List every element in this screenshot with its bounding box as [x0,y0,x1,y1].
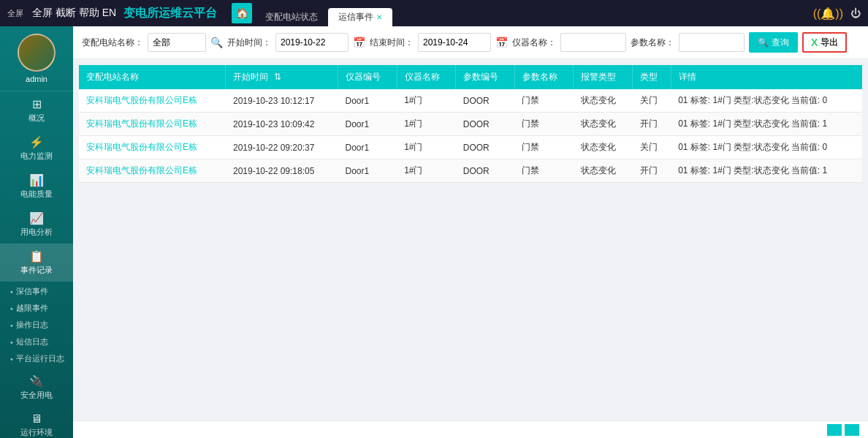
col-start-time[interactable]: 开始时间 ⇅ [226,65,338,89]
table-cell: 01 标签: 1#门 类型:状态变化 当前值: 0 [671,136,862,159]
col-device-name: 仪器名称 [397,65,456,89]
username-label: admin [26,75,47,83]
sidebar-subitem-platform-log[interactable]: • 平台运行日志 [6,350,73,367]
tab-close-icon[interactable]: ✕ [376,13,382,21]
query-button[interactable]: 🔍 查询 [749,32,798,53]
start-time-input[interactable] [275,33,349,52]
table-cell: DOOR [456,159,515,183]
event-record-icon: 📋 [29,249,44,263]
device-no-input[interactable] [560,33,626,52]
table-cell: 关门 [633,136,671,159]
end-cal-icon[interactable]: 📅 [495,37,508,48]
tab-station-status[interactable]: 变配电站状态 [255,8,328,26]
param-name-label: 参数名称： [631,37,674,49]
table-cell: 门禁 [514,136,574,159]
table-cell: Door1 [338,89,397,113]
page-prev-btn[interactable] [827,424,842,436]
app-title: 变电所运维云平台 [123,6,217,21]
table-wrapper: 变配电站名称 开始时间 ⇅ 仪器编号 仪器名称 参数编号 参数名称 报警类型 类… [73,59,868,420]
safety-power-icon: 🔌 [29,374,44,388]
power-quality-icon: 📊 [29,173,44,187]
table-row: 安科瑞电气股份有限公司E栋2019-10-22 09:20:37Door11#门… [79,136,862,159]
table-cell: 关门 [633,89,671,113]
col-alarm-type: 报警类型 [574,65,633,89]
start-cal-icon[interactable]: 📅 [353,37,365,48]
home-button[interactable]: 🏠 [232,3,252,23]
bell-icon[interactable]: ((🔔)) [813,7,843,20]
page-next-btn[interactable] [845,424,859,436]
end-time-label: 结束时间： [370,37,414,49]
data-table: 变配电站名称 开始时间 ⇅ 仪器编号 仪器名称 参数编号 参数名称 报警类型 类… [79,65,862,183]
col-station-name: 变配电站名称 [79,65,226,89]
device-no-label: 仪器名称： [512,37,556,49]
table-cell: 01 标签: 1#门 类型:状态变化 当前值: 1 [671,113,862,136]
table-cell: 1#门 [397,159,456,183]
table-cell: 开门 [633,113,671,136]
power-analysis-icon: 📈 [29,211,44,225]
table-cell: 状态变化 [574,113,633,136]
table-cell: Door1 [338,113,397,136]
power-icon[interactable]: ⏻ [850,7,861,19]
table-cell: 状态变化 [574,136,633,159]
table-row: 安科瑞电气股份有限公司E栋2019-10-23 10:09:42Door11#门… [79,113,862,136]
col-device-no: 仪器编号 [338,65,397,89]
content-area: 变配电站名称： 🔍 开始时间： 📅 结束时间： 📅 仪器名称： 参数名称： 🔍 … [73,26,868,438]
top-right: ((🔔)) ⏻ [813,7,861,20]
sidebar-subitem-operation-log[interactable]: • 操作日志 [6,317,73,333]
table-cell: 门禁 [514,159,574,183]
col-type: 类型 [633,65,671,89]
search-icon-btn[interactable]: 🔍 [210,37,223,48]
table-cell: 状态变化 [574,159,633,183]
table-cell: 2019-10-22 09:20:37 [226,136,338,159]
table-cell[interactable]: 安科瑞电气股份有限公司E栋 [79,113,226,136]
sidebar: admin ⊞ 概况 ⚡ 电力监测 📊 电能质量 📈 用电分析 📋 事件记录 • [0,26,73,438]
table-cell: DOOR [456,136,515,159]
table-cell: 1#门 [397,113,456,136]
table-cell: 1#门 [397,89,456,113]
table-cell: 开门 [633,159,671,183]
user-avatar-section: admin [0,26,73,91]
overview-icon: ⊞ [32,97,42,111]
tab-event-record[interactable]: 运信事件 ✕ [328,8,392,26]
table-row: 安科瑞电气股份有限公司E栋2019-10-22 09:18:05Door11#门… [79,159,862,183]
table-cell: 2019-10-22 09:18:05 [226,159,338,183]
excel-icon: X [811,37,818,48]
runtime-env-icon: 🖥 [31,412,42,426]
sidebar-item-overview[interactable]: ⊞ 概况 [0,91,73,129]
sidebar-item-event-record[interactable]: 📋 事件记录 [0,243,73,282]
export-button[interactable]: X 导出 [802,32,847,53]
top-tabs: 变配电站状态 运信事件 ✕ [255,0,392,26]
bottom-bar [73,420,868,438]
col-detail: 详情 [671,65,862,89]
table-cell[interactable]: 安科瑞电气股份有限公司E栋 [79,89,226,113]
sidebar-sub-menu: • 深信事件 • 越限事件 • 操作日志 • 短信日志 • 平台运行日志 [0,282,73,369]
sidebar-item-power-analysis[interactable]: 📈 用电分析 [0,205,73,243]
sort-icon: ⇅ [274,72,281,82]
sidebar-subitem-alarm-event[interactable]: • 深信事件 [6,283,73,300]
end-time-input[interactable] [418,33,491,52]
param-name-input[interactable] [679,33,745,52]
power-monitor-icon: ⚡ [29,135,44,149]
query-icon: 🔍 [758,37,769,48]
sidebar-item-power-monitor[interactable]: ⚡ 电力监测 [0,129,73,167]
start-time-label: 开始时间： [227,37,271,49]
sidebar-subitem-sms-log[interactable]: • 短信日志 [6,333,73,350]
table-cell: 01 标签: 1#门 类型:状态变化 当前值: 0 [671,89,862,113]
top-bar: 全屏 全屏 截断 帮助 EN 变电所运维云平台 🏠 变配电站状态 运信事件 ✕ … [0,0,868,26]
sidebar-item-safety-power[interactable]: 🔌 安全用电 [0,369,73,407]
table-cell: 2019-10-23 10:12:17 [226,89,338,113]
sidebar-subitem-limit-event[interactable]: • 越限事件 [6,300,73,317]
fullscreen-btn[interactable]: 全屏 [7,8,23,19]
table-cell[interactable]: 安科瑞电气股份有限公司E栋 [79,159,226,183]
sidebar-item-runtime-env[interactable]: 🖥 运行环境 [0,407,73,438]
station-input[interactable] [148,33,206,52]
table-cell: 01 标签: 1#门 类型:状态变化 当前值: 1 [671,159,862,183]
table-row: 安科瑞电气股份有限公司E栋2019-10-23 10:12:17Door11#门… [79,89,862,113]
table-cell: Door1 [338,136,397,159]
station-label: 变配电站名称： [82,37,143,49]
sidebar-item-power-quality[interactable]: 📊 电能质量 [0,167,73,205]
main-layout: admin ⊞ 概况 ⚡ 电力监测 📊 电能质量 📈 用电分析 📋 事件记录 • [0,26,868,438]
table-cell: DOOR [456,89,515,113]
table-cell: 1#门 [397,136,456,159]
table-cell[interactable]: 安科瑞电气股份有限公司E栋 [79,136,226,159]
